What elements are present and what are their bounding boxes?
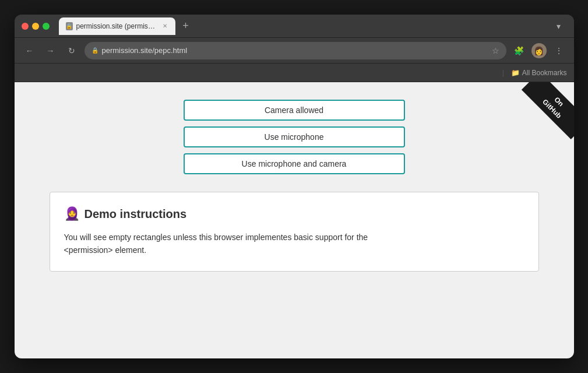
nav-bar: ← → ↻ 🔒 permission.site/pepc.html ☆ 🧩 👩 … bbox=[15, 38, 574, 64]
demo-emoji: 🧕 bbox=[64, 206, 80, 221]
bookmarks-bar: | 📁 All Bookmarks bbox=[15, 64, 574, 82]
tab-bar: 🔒 permission.site (permission e... ✕ + bbox=[59, 17, 546, 35]
forward-icon: → bbox=[47, 46, 55, 55]
chevron-down-icon: ▾ bbox=[557, 22, 561, 31]
lock-icon: 🔒 bbox=[91, 47, 98, 54]
reload-icon: ↻ bbox=[68, 46, 75, 55]
avatar: 👩 bbox=[531, 43, 547, 58]
demo-instructions-box: 🧕 Demo instructions You will see empty r… bbox=[50, 192, 539, 272]
all-bookmarks-link[interactable]: 📁 All Bookmarks bbox=[511, 69, 567, 77]
tab-favicon: 🔒 bbox=[66, 22, 73, 30]
tab-close-button[interactable]: ✕ bbox=[161, 22, 168, 30]
page-content: On GitHub Camera allowed Use microphone … bbox=[15, 82, 574, 358]
extensions-button[interactable]: 🧩 bbox=[511, 43, 527, 59]
bookmark-star-icon[interactable]: ☆ bbox=[492, 46, 499, 55]
extensions-icon: 🧩 bbox=[514, 46, 524, 55]
github-ribbon[interactable]: On GitHub bbox=[516, 82, 574, 140]
active-tab[interactable]: 🔒 permission.site (permission e... ✕ bbox=[59, 17, 175, 35]
demo-body-line2: <permission> element. bbox=[64, 245, 147, 255]
tab-label: permission.site (permission e... bbox=[76, 22, 158, 30]
back-icon: ← bbox=[26, 46, 34, 55]
minimize-button[interactable] bbox=[32, 23, 39, 30]
reload-button[interactable]: ↻ bbox=[64, 43, 80, 59]
permission-buttons-container: Camera allowed Use microphone Use microp… bbox=[26, 100, 562, 174]
forward-button[interactable]: → bbox=[43, 43, 59, 59]
new-tab-button[interactable]: + bbox=[178, 18, 194, 34]
use-microphone-camera-button[interactable]: Use microphone and camera bbox=[184, 153, 405, 174]
title-bar: 🔒 permission.site (permission e... ✕ + ▾ bbox=[15, 15, 574, 38]
address-bar[interactable]: 🔒 permission.site/pepc.html ☆ bbox=[84, 42, 506, 59]
use-microphone-button[interactable]: Use microphone bbox=[184, 126, 405, 147]
demo-title-text: Demo instructions bbox=[84, 207, 187, 221]
all-bookmarks-label: All Bookmarks bbox=[522, 69, 567, 77]
traffic-lights bbox=[22, 23, 50, 30]
maximize-button[interactable] bbox=[43, 23, 50, 30]
nav-actions: 🧩 👩 ⋮ bbox=[511, 43, 567, 59]
browser-menu-button[interactable]: ▾ bbox=[551, 18, 567, 34]
back-button[interactable]: ← bbox=[22, 43, 38, 59]
camera-allowed-button[interactable]: Camera allowed bbox=[184, 100, 405, 121]
profile-button[interactable]: 👩 bbox=[531, 43, 547, 59]
demo-title: 🧕 Demo instructions bbox=[64, 206, 524, 221]
bookmark-folder-icon: 📁 bbox=[511, 69, 520, 77]
github-ribbon-label: On GitHub bbox=[522, 82, 574, 139]
browser-window: 🔒 permission.site (permission e... ✕ + ▾… bbox=[15, 15, 574, 358]
address-text: permission.site/pepc.html bbox=[102, 46, 488, 55]
bookmarks-divider: | bbox=[502, 69, 504, 77]
demo-body-text: You will see empty rectangles unless thi… bbox=[64, 231, 524, 257]
close-button[interactable] bbox=[22, 23, 29, 30]
more-menu-button[interactable]: ⋮ bbox=[551, 43, 567, 59]
more-icon: ⋮ bbox=[555, 46, 563, 55]
demo-body-line1: You will see empty rectangles unless thi… bbox=[64, 233, 368, 242]
